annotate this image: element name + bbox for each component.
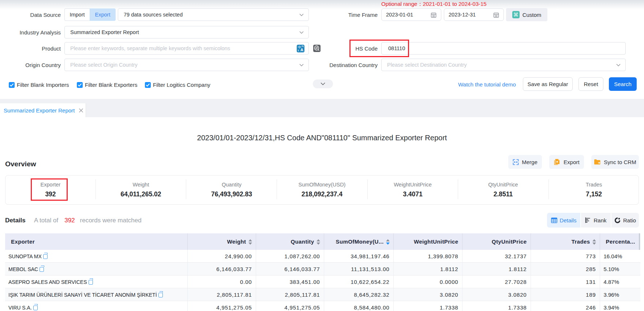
svg-text:A: A bbox=[300, 48, 303, 52]
